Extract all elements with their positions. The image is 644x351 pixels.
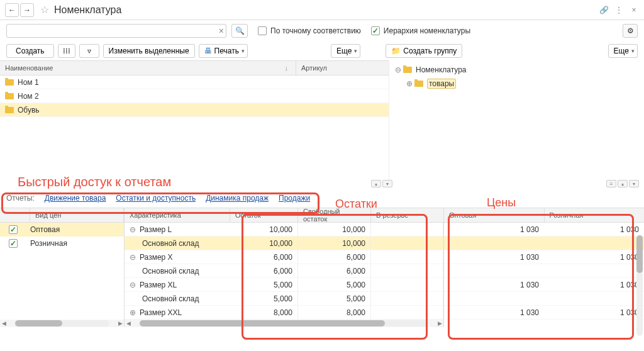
list-item-selected[interactable]: Обувь xyxy=(0,103,389,117)
price-type-row[interactable]: Розничная xyxy=(0,237,124,250)
price-type-col[interactable]: Вид цен xyxy=(30,208,124,222)
splitter-handle[interactable]: ▾ xyxy=(382,180,392,187)
bottom-area: Вид цен Оптовая Розничная ◀ ▶ Характерис… xyxy=(0,208,644,327)
prices-row[interactable]: 1 0301 030 xyxy=(444,306,644,320)
price-type-row[interactable]: Оптовая xyxy=(0,223,124,237)
barcode-icon: ⁞⁞⁞ xyxy=(63,47,70,55)
expand-toggle-icon[interactable]: ⊖ xyxy=(130,225,137,234)
settings-button[interactable]: ⚙ xyxy=(623,24,638,38)
create-button[interactable]: Создать xyxy=(6,44,54,58)
items-list-panel: Наименование ↓ Артикул Ном 1 Ном 2 Обувь xyxy=(0,60,389,180)
price-types-header: Вид цен xyxy=(0,208,124,223)
folder-icon xyxy=(5,93,14,99)
page-title: Номенклатура xyxy=(54,4,121,16)
tree-panel: ⊖ Номенклатура ⊕ товары xyxy=(389,60,644,180)
more-icon[interactable]: ⋮ xyxy=(614,5,624,15)
exact-match-checkbox[interactable]: По точному соответствию xyxy=(258,26,361,35)
collapse-icon[interactable]: ⊖ xyxy=(394,65,402,74)
barcode-button[interactable]: ⁞⁞⁞ xyxy=(58,44,75,58)
folder-icon xyxy=(414,81,423,87)
close-icon[interactable]: × xyxy=(629,5,639,15)
char-row[interactable]: ⊖Размер X6,0006,000 xyxy=(125,250,443,264)
filter-button[interactable]: ▿ xyxy=(79,44,99,58)
checkbox-checked-icon[interactable] xyxy=(9,239,18,248)
splitter-handle[interactable]: ▴ xyxy=(371,180,381,187)
prices-row[interactable] xyxy=(444,292,644,306)
prices-row[interactable]: 1 0301 030 xyxy=(444,250,644,264)
checkbox-checked-icon[interactable] xyxy=(9,225,18,234)
prices-panel: Оптовая Розничная 1 0301 0301 0301 0301 … xyxy=(444,208,644,327)
char-row[interactable]: Основной склад10,00010,000 xyxy=(125,237,443,250)
magnify-icon: 🔍 xyxy=(235,26,245,35)
search-button[interactable]: 🔍 xyxy=(231,24,248,38)
sort-arrow-icon: ↓ xyxy=(285,64,289,72)
change-selected-button[interactable]: Изменить выделенные xyxy=(103,44,195,58)
create-group-button[interactable]: 📁 Создать группу xyxy=(386,44,462,58)
folder-icon xyxy=(5,79,14,86)
search-input[interactable] xyxy=(6,24,226,38)
free-col[interactable]: Свободный остаток xyxy=(298,208,371,222)
prices-row[interactable]: 1 0301 030 xyxy=(444,278,644,292)
back-button[interactable]: ← xyxy=(5,3,19,17)
create-group-label: Создать группу xyxy=(403,47,457,55)
splitter-handle[interactable]: ▾ xyxy=(629,180,639,187)
checkbox-unchecked-icon xyxy=(258,26,267,35)
hierarchy-label: Иерархия номенклатуры xyxy=(384,26,470,35)
stock-col[interactable]: Остаток xyxy=(230,208,298,222)
filter-icon: ▿ xyxy=(87,47,91,55)
prices-row[interactable]: 1 0301 030 xyxy=(444,223,644,237)
report-link-dynamics[interactable]: Динамика продаж xyxy=(206,194,269,203)
report-link-movement[interactable]: Движение товара xyxy=(45,194,106,203)
report-link-stock[interactable]: Остатки и доступность xyxy=(116,194,196,203)
char-row[interactable]: ⊖Размер L10,00010,000 xyxy=(125,223,443,237)
prices-row[interactable] xyxy=(444,264,644,278)
reserve-col[interactable]: В резерве xyxy=(371,208,443,222)
expand-toggle-icon[interactable]: ⊖ xyxy=(130,281,137,289)
clear-search-icon[interactable]: × xyxy=(219,26,224,36)
tree-root[interactable]: ⊖ Номенклатура xyxy=(389,63,644,77)
expand-icon[interactable]: ⊕ xyxy=(406,79,413,88)
folder-icon xyxy=(403,67,412,73)
splitter: ▴ ▾ ≡ ▴ ▾ xyxy=(0,180,644,189)
scrollbar-v[interactable] xyxy=(636,235,643,336)
folder-plus-icon: 📁 xyxy=(391,47,401,55)
list-item[interactable]: Ном 1 xyxy=(0,75,389,89)
forward-button[interactable]: → xyxy=(20,3,34,17)
expand-toggle-icon[interactable]: ⊖ xyxy=(130,253,137,262)
checkbox-checked-icon xyxy=(371,26,380,35)
printer-icon: 🖶 xyxy=(204,47,212,55)
col-name-header[interactable]: Наименование ↓ xyxy=(0,64,296,72)
more-button-right[interactable]: Еще xyxy=(608,44,638,58)
print-button[interactable]: 🖶 Печать xyxy=(199,44,248,58)
characteristics-panel: Характеристика Остаток Свободный остаток… xyxy=(125,208,444,327)
favorite-star-icon[interactable]: ☆ xyxy=(40,4,49,16)
prices-row[interactable] xyxy=(444,237,644,250)
splitter-handle[interactable]: ≡ xyxy=(606,180,616,187)
tree-child[interactable]: ⊕ товары xyxy=(389,77,644,91)
char-row[interactable]: Основной склад6,0006,000 xyxy=(125,264,443,278)
splitter-handle[interactable]: ▴ xyxy=(618,180,628,187)
more-button-left[interactable]: Еще xyxy=(331,44,360,58)
char-col[interactable]: Характеристика xyxy=(125,208,230,222)
opt-price-col[interactable]: Оптовая xyxy=(444,208,545,222)
scrollbar-h[interactable]: ◀ ▶ xyxy=(0,320,124,327)
scrollbar-h[interactable]: ◀ ▶ xyxy=(125,320,443,327)
retail-price-col[interactable]: Розничная xyxy=(545,208,645,222)
char-row[interactable]: ⊕Размер XXL8,0008,000 xyxy=(125,306,443,320)
gear-icon: ⚙ xyxy=(627,26,634,35)
prices-header: Оптовая Розничная xyxy=(444,208,644,223)
col-article-header[interactable]: Артикул xyxy=(296,61,389,75)
price-types-panel: Вид цен Оптовая Розничная ◀ ▶ xyxy=(0,208,125,327)
items-table-header: Наименование ↓ Артикул xyxy=(0,60,389,75)
reports-row: Отчеты: Движение товара Остатки и доступ… xyxy=(0,189,644,208)
folder-icon xyxy=(5,107,14,113)
link-icon[interactable]: 🔗 xyxy=(599,5,609,15)
list-item[interactable]: Ном 2 xyxy=(0,89,389,103)
expand-toggle-icon[interactable]: ⊕ xyxy=(130,308,137,317)
char-row[interactable]: Основной склад5,0005,000 xyxy=(125,292,443,306)
exact-match-label: По точному соответствию xyxy=(270,26,361,35)
char-row[interactable]: ⊖Размер XL5,0005,000 xyxy=(125,278,443,292)
hierarchy-checkbox[interactable]: Иерархия номенклатуры xyxy=(371,26,470,35)
report-link-sales[interactable]: Продажи xyxy=(279,194,310,203)
header-bar: ← → ☆ Номенклатура 🔗 ⋮ × xyxy=(0,0,644,20)
